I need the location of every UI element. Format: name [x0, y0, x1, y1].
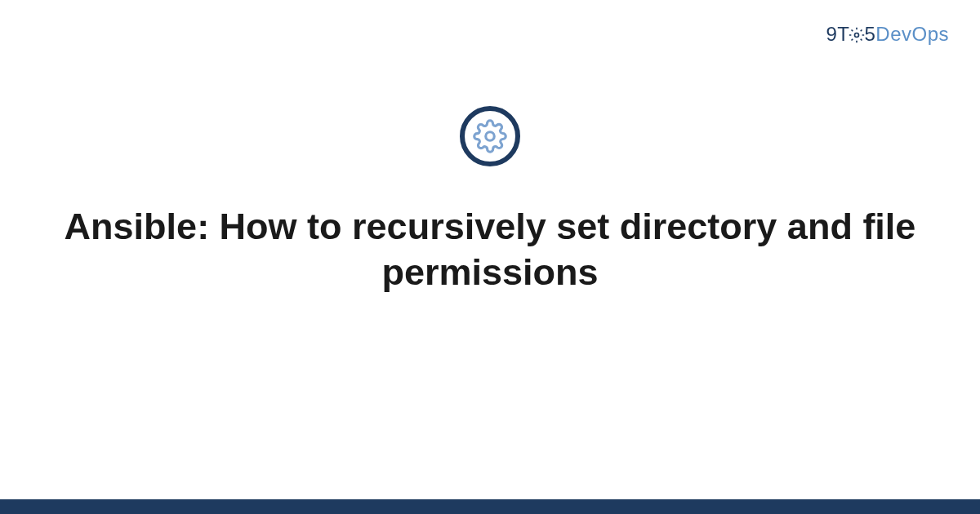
footer-bar [0, 499, 980, 514]
gear-icon [849, 27, 865, 43]
brand-t: T [837, 23, 849, 45]
brand-five: 5 [864, 23, 875, 45]
svg-point-0 [855, 33, 859, 38]
brand-devops: DevOps [875, 23, 949, 45]
brand-logo: 9T 5DevOps [826, 23, 949, 46]
page-title: Ansible: How to recursively set director… [49, 204, 931, 296]
gear-circle-icon [460, 106, 520, 166]
brand-nine: 9 [826, 23, 837, 45]
